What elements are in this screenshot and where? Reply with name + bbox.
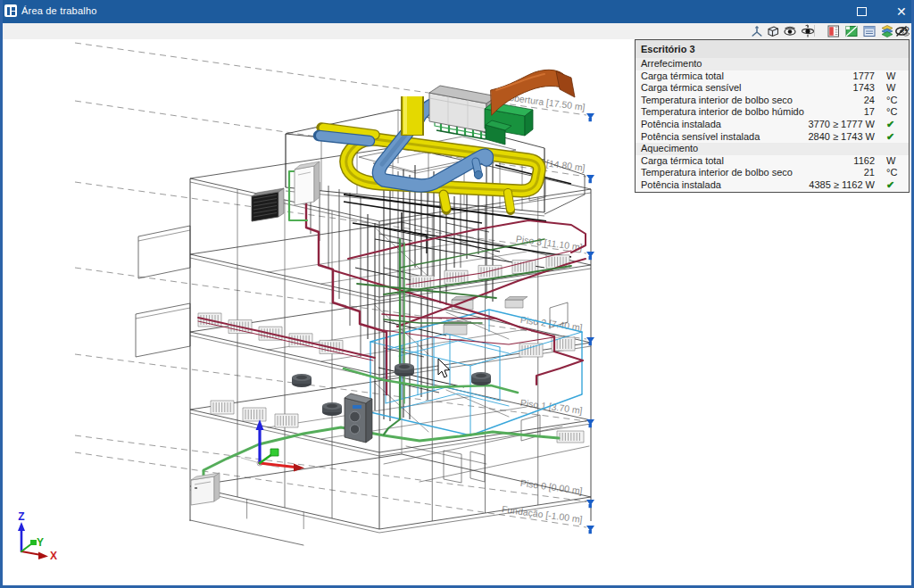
- svg-text:Z: Z: [18, 510, 24, 523]
- svg-text:Fundação [-1.00 m]: Fundação [-1.00 m]: [501, 503, 583, 525]
- svg-text:X: X: [50, 550, 57, 562]
- svg-text:Y: Y: [37, 536, 44, 549]
- svg-text:3D: 3D: [901, 25, 910, 33]
